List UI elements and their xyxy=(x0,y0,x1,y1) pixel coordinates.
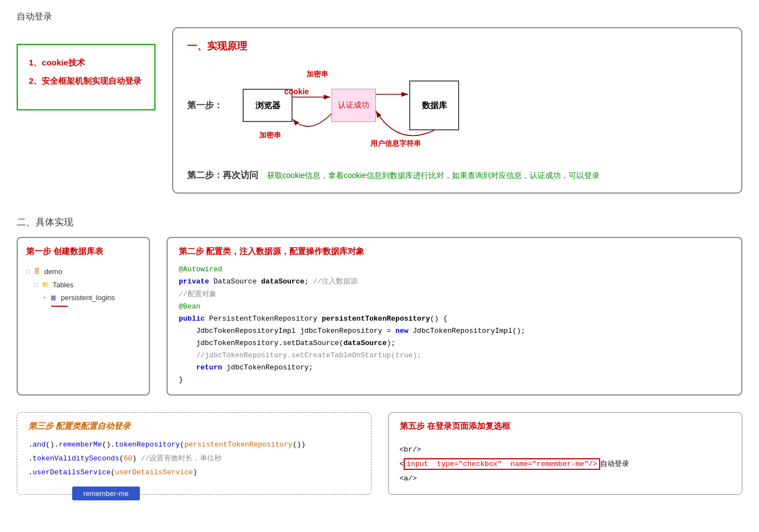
db-name: demo xyxy=(44,265,63,278)
code-line-7: jdbcTokenRepository.setDataSource(dataSo… xyxy=(179,337,730,349)
principle-title: 一、实现原理 xyxy=(187,39,727,53)
auto-code-3: .userDetailsService(userDetailsService) xyxy=(28,466,360,480)
code-line-2: private DataSource dataSource; //注入数据源 xyxy=(179,276,730,288)
tables-label: Tables xyxy=(53,278,74,291)
intro-item2: 2、安全框架机制实现自动登录 xyxy=(29,72,143,90)
expand-icon-3: + xyxy=(43,292,46,303)
table-icon: ▦ xyxy=(49,293,58,302)
auto-config-code: .and().rememberMe().tokenRepository(pers… xyxy=(28,438,360,479)
code-line-9: return jdbcTokenRepository; xyxy=(179,362,730,374)
section2-title: 二、具体实现 xyxy=(17,216,742,229)
step2-text: 获取cookie信息，拿着cookie信息到数据库进行比对，如果查询到对应信息，… xyxy=(267,171,600,180)
left-intro-box: 1、cookie技术 2、安全框架机制实现自动登录 xyxy=(17,44,155,110)
code-content: @Autowired private DataSource dataSource… xyxy=(179,264,730,386)
auto-code-2: .tokenValiditySeconds(60) //设置有效时长，单位秒 xyxy=(28,452,360,466)
expand-icon-2: □ xyxy=(34,280,38,291)
login-page-box: 第五步 在登录页面添加复选框 <br/> <input type="checkb… xyxy=(388,412,743,495)
code-line-8: //jdbcTokenRepository.setCreateTableOnSt… xyxy=(179,349,730,362)
db-tree: □ 🗄 demo □ 📁 Tables + ▦ persistent_login… xyxy=(26,265,140,306)
login-code-3: <a/> xyxy=(400,472,731,486)
login-code-1: <br/> xyxy=(400,443,731,457)
auto-config-title: 第三步 配置类配置自动登录 xyxy=(28,421,360,432)
login-step-title: 第五步 在登录页面添加复选框 xyxy=(400,421,731,432)
diagram-area: 第一步： 浏览器 认证成功 数据库 加密串 cookie 加密串 xyxy=(187,64,727,158)
code-line-6: JdbcTokenRepositoryImpl jdbcTokenReposit… xyxy=(179,325,730,337)
diagram-arrows xyxy=(187,64,727,158)
remember-me-bar[interactable]: remember-me xyxy=(72,487,140,500)
db-icon: 🗄 xyxy=(33,267,42,276)
config-step-title: 第二步 配置类，注入数据源，配置操作数据库对象 xyxy=(179,246,730,257)
code-line-4: @Bean xyxy=(179,301,730,313)
expand-icon: □ xyxy=(26,266,30,277)
folder-icon: 📁 xyxy=(41,280,50,289)
code-line-3: //配置对象 xyxy=(179,288,730,301)
code-line-5: public PersistentTokenRepository persist… xyxy=(179,313,730,325)
input-highlight: input type="checkbox" name="remember-me"… xyxy=(404,458,600,470)
tree-db: □ 🗄 demo xyxy=(26,265,140,278)
step2-label: 第二步：再次访问 xyxy=(187,170,258,180)
tree-tables: □ 📁 Tables xyxy=(26,278,140,291)
auto-login-title: 自动登录 xyxy=(17,11,742,23)
auto-code-1: .and().rememberMe().tokenRepository(pers… xyxy=(28,438,360,452)
db-step-title: 第一步 创建数据库表 xyxy=(26,246,140,257)
code-line-1: @Autowired xyxy=(179,264,730,276)
section2-row: 第一步 创建数据库表 □ 🗄 demo □ 📁 Tables + ▦ persi… xyxy=(17,237,742,396)
bottom-row: 第三步 配置类配置自动登录 .and().rememberMe().tokenR… xyxy=(17,412,742,495)
auto-config-box: 第三步 配置类配置自动登录 .and().rememberMe().tokenR… xyxy=(17,412,371,495)
code-line-10: } xyxy=(179,374,730,386)
main-container: 自动登录 1、cookie技术 2、安全框架机制实现自动登录 一、实现原理 第一… xyxy=(0,0,759,523)
code-config-box: 第二步 配置类，注入数据源，配置操作数据库对象 @Autowired priva… xyxy=(167,237,742,396)
principle-box: 一、实现原理 第一步： 浏览器 认证成功 数据库 加密串 xyxy=(172,27,742,194)
intro-item1: 1、cookie技术 xyxy=(29,53,143,72)
tree-table: + ▦ persistent_logins xyxy=(26,291,140,304)
top-area: 1、cookie技术 2、安全框架机制实现自动登录 一、实现原理 第一步： 浏览… xyxy=(17,27,742,194)
tree-underline xyxy=(51,306,68,307)
step2-desc: 第二步：再次访问 获取cookie信息，拿着cookie信息到数据库进行比对，如… xyxy=(187,169,727,181)
table-name: persistent_logins xyxy=(61,291,115,304)
login-code: <br/> <input type="checkbox" name="remem… xyxy=(400,443,731,486)
db-box: 第一步 创建数据库表 □ 🗄 demo □ 📁 Tables + ▦ persi… xyxy=(17,237,150,396)
login-code-2: <input type="checkbox" name="remember-me… xyxy=(400,457,731,472)
